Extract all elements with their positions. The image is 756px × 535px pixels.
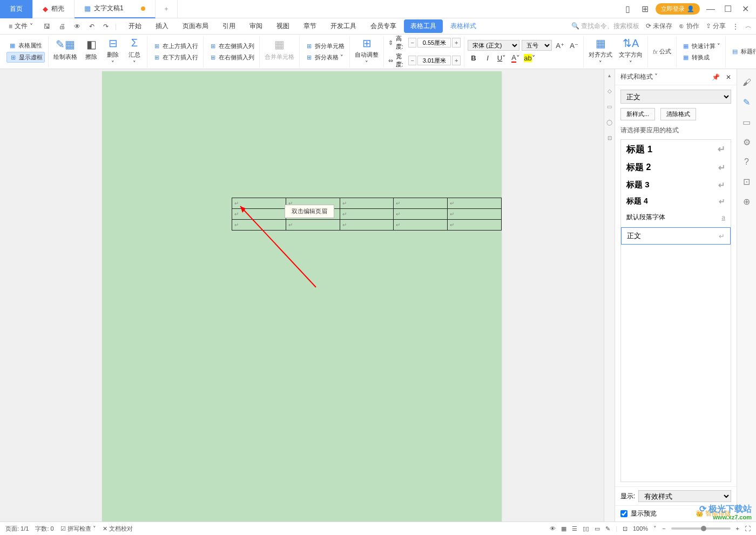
height-input[interactable] xyxy=(417,38,451,48)
view-outline-icon[interactable]: ☰ xyxy=(572,525,577,532)
login-button[interactable]: 立即登录 👤 xyxy=(656,3,700,15)
collapse-ribbon[interactable]: ︿ xyxy=(745,22,752,31)
insert-below-button[interactable]: ⊞在下方插入行 xyxy=(151,52,200,62)
font-name-select[interactable]: 宋体 (正文) xyxy=(468,40,519,51)
zoom-out[interactable]: − xyxy=(662,525,665,532)
width-plus[interactable]: + xyxy=(452,56,461,65)
menu-member[interactable]: 会员专享 xyxy=(364,19,403,33)
clear-format-button[interactable]: 清除格式 xyxy=(660,108,696,120)
menu-view[interactable]: 视图 xyxy=(270,19,296,33)
style-default-font[interactable]: 默认段落字体a xyxy=(621,209,731,225)
share-button[interactable]: ⇪ 分享 xyxy=(706,22,726,31)
qat-save[interactable]: 🖫 xyxy=(42,22,52,31)
collab-button[interactable]: ⊕ 协作 xyxy=(679,22,699,31)
panel-close[interactable]: ✕ xyxy=(726,73,731,81)
tool-more-icon[interactable]: ⊕ xyxy=(743,197,750,207)
insert-left-button[interactable]: ⊞在左侧插入列 xyxy=(207,41,256,51)
show-filter-select[interactable]: 有效样式 xyxy=(638,490,731,502)
zoom-in[interactable]: + xyxy=(736,525,739,532)
draw-table-button[interactable]: ✎▦绘制表格 xyxy=(52,36,79,67)
menu-review[interactable]: 审阅 xyxy=(243,19,269,33)
menu-reference[interactable]: 引用 xyxy=(216,19,242,33)
status-proof[interactable]: ✕ 文档校对 xyxy=(103,525,133,533)
view-grid-icon[interactable]: ▦ xyxy=(561,525,566,532)
auto-fit-button[interactable]: ⊞自动调整˅ xyxy=(353,36,380,67)
file-menu[interactable]: ≡ 文件 ˅ xyxy=(4,21,37,32)
zoom-slider[interactable] xyxy=(671,527,731,530)
font-grow[interactable]: A⁺ xyxy=(554,40,566,51)
qat-redo[interactable]: ↷ xyxy=(101,22,111,31)
pin-icon[interactable]: 📌 xyxy=(712,73,720,81)
bold-button[interactable]: B xyxy=(468,52,480,63)
zoom-fit-icon[interactable]: ⊡ xyxy=(623,525,627,532)
view-edit-icon[interactable]: ✎ xyxy=(605,525,610,532)
style-heading-2[interactable]: 标题 2↵ xyxy=(621,159,731,177)
maximize-button[interactable]: ☐ xyxy=(721,3,734,16)
more-menu[interactable]: ⋮ xyxy=(732,23,739,30)
style-heading-4[interactable]: 标题 4↵ xyxy=(621,193,731,209)
qat-preview[interactable]: 👁 xyxy=(72,22,83,31)
menu-layout[interactable]: 页面布局 xyxy=(176,19,215,33)
gutter-item[interactable]: ◇ xyxy=(608,88,612,94)
height-plus[interactable]: + xyxy=(452,38,461,48)
style-body[interactable]: 正文↵ xyxy=(621,227,731,245)
table-props-button[interactable]: ▦表格属性 xyxy=(6,40,45,50)
convert-button[interactable]: ▦转换成 xyxy=(680,52,722,62)
insert-above-button[interactable]: ⊞在上方插入行 xyxy=(151,41,200,51)
apps-icon[interactable]: ⊞ xyxy=(638,3,651,16)
menu-insert[interactable]: 插入 xyxy=(149,19,175,33)
insert-right-button[interactable]: ⊞在右侧插入列 xyxy=(207,52,256,62)
gutter-item[interactable]: ◯ xyxy=(606,119,612,125)
minimize-button[interactable]: — xyxy=(704,3,717,16)
font-shrink[interactable]: A⁻ xyxy=(568,40,580,51)
document-area[interactable]: ↵↵↵↵↵ ↵↵↵↵↵ ↵↵↵↵↵ 双击编辑页眉 xyxy=(0,69,604,522)
style-heading-3[interactable]: 标题 3↵ xyxy=(621,177,731,193)
align-button[interactable]: ▦对齐方式˅ xyxy=(587,36,614,67)
tool-brush-icon[interactable]: 🖌 xyxy=(742,78,751,87)
tool-help-icon[interactable]: ? xyxy=(744,157,749,167)
menu-devtools[interactable]: 开发工具 xyxy=(324,19,363,33)
delete-button[interactable]: ⊟删除˅ xyxy=(104,36,122,67)
quick-calc-button[interactable]: ▦快速计算˅ xyxy=(680,41,722,51)
width-minus[interactable]: − xyxy=(408,56,417,65)
highlight-button[interactable]: ab˅ xyxy=(524,52,536,63)
show-border-button[interactable]: ⊞显示虚框 xyxy=(6,52,45,63)
fullscreen-icon[interactable]: ⛶ xyxy=(745,525,751,532)
status-page[interactable]: 页面: 1/1 xyxy=(5,525,29,533)
tab-docer[interactable]: ◆ 稻壳 xyxy=(33,0,75,18)
formula-button[interactable]: fx 公式 xyxy=(651,47,673,56)
menu-table-style[interactable]: 表格样式 xyxy=(444,19,483,33)
merge-cells-button[interactable]: ▦合并单元格 xyxy=(263,36,296,67)
height-minus[interactable]: − xyxy=(408,38,417,48)
zoom-level[interactable]: 100% xyxy=(633,525,648,532)
close-button[interactable]: ✕ xyxy=(739,3,752,16)
tool-select-icon[interactable]: ▭ xyxy=(742,117,751,127)
tab-home[interactable]: 首页 xyxy=(0,0,33,18)
title-lines-button[interactable]: ▤标题行重 xyxy=(729,47,756,57)
menu-start[interactable]: 开始 xyxy=(122,19,148,33)
tool-highlight-icon[interactable]: ✎ xyxy=(743,97,750,107)
font-size-select[interactable]: 五号 xyxy=(522,40,552,51)
gutter-item[interactable]: ⊡ xyxy=(608,135,612,141)
status-spell[interactable]: ☑ 拼写检查 ˅ xyxy=(60,525,96,533)
qat-undo[interactable]: ↶ xyxy=(87,22,97,31)
style-heading-1[interactable]: 标题 1↵ xyxy=(621,140,731,159)
view-book-icon[interactable]: ▯▯ xyxy=(583,525,589,532)
tool-clip-icon[interactable]: ⊡ xyxy=(743,177,750,187)
erase-button[interactable]: ◧擦除 xyxy=(82,36,100,67)
split-table-button[interactable]: ⊞拆分表格˅ xyxy=(303,52,346,62)
menu-table-tools[interactable]: 表格工具 xyxy=(404,19,443,33)
qat-print[interactable]: 🖨 xyxy=(57,22,68,31)
menu-chapter[interactable]: 章节 xyxy=(297,19,323,33)
tab-add[interactable]: ＋ xyxy=(156,0,178,18)
unsaved-indicator[interactable]: ⟳ 未保存 xyxy=(646,22,672,31)
width-input[interactable] xyxy=(417,56,451,65)
font-color-button[interactable]: A˅ xyxy=(510,52,522,63)
new-style-button[interactable]: 新样式... xyxy=(620,108,655,120)
command-search[interactable]: 🔍 查找命令、搜索模板 xyxy=(571,22,639,31)
preview-checkbox[interactable] xyxy=(620,510,627,517)
split-cells-button[interactable]: ⊞拆分单元格 xyxy=(303,41,346,51)
gutter-up[interactable]: ▴ xyxy=(608,72,611,78)
view-web-icon[interactable]: ▭ xyxy=(595,525,600,532)
tab-document[interactable]: ▦ 文字文稿1 xyxy=(75,0,156,18)
